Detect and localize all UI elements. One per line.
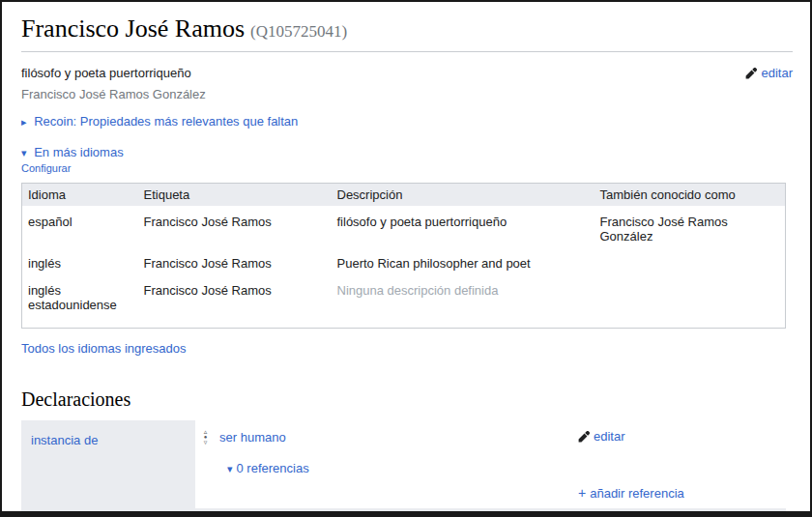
cell-description-empty: Ninguna descripción definida xyxy=(332,274,594,329)
references-label: 0 referencias xyxy=(237,461,309,475)
table-row: inglés Francisco José Ramos Puerto Rican… xyxy=(22,247,786,274)
wikidata-entity-page: Francisco José Ramos(Q105725041) filósof… xyxy=(0,0,812,517)
cell-label: Francisco José Ramos xyxy=(138,274,332,329)
chevron-down-icon: ▾ xyxy=(227,463,233,474)
column-header-aka: También conocido como xyxy=(594,184,786,207)
statement-edit-toolbar: editar xyxy=(578,429,786,445)
description-row: filósofo y poeta puertorriqueño editar xyxy=(21,66,793,80)
statement-snak: ▵ ● ▿ ser humano xyxy=(200,429,578,445)
cell-label: Francisco José Ramos xyxy=(138,206,332,247)
plus-icon: + xyxy=(578,485,586,501)
chevron-down-icon: ▾ xyxy=(21,147,27,158)
references-row: ▾0 referencias xyxy=(195,445,786,475)
cell-description: Puerto Rican philosopher and poet xyxy=(332,247,594,274)
add-reference-toolbar: + añadir referencia xyxy=(578,485,786,501)
property-link[interactable]: instancia de xyxy=(31,433,98,447)
column-header-label: Etiqueta xyxy=(138,184,332,207)
edit-statement-label: editar xyxy=(594,429,625,444)
statement-group-footer: + añadir valor xyxy=(195,508,786,517)
statements-heading: Declaraciones xyxy=(21,388,793,411)
chevron-right-icon: ▸ xyxy=(21,116,27,128)
table-row: español Francisco José Ramos filósofo y … xyxy=(22,206,786,247)
configure-link[interactable]: Configurar xyxy=(21,162,71,174)
more-languages-toggle[interactable]: ▾ En más idiomas xyxy=(21,145,793,159)
column-header-language: Idioma xyxy=(22,184,138,207)
recoin-toggle[interactable]: ▸ Recoin: Propiedades más relevantes que… xyxy=(21,114,793,129)
statement-body: ▵ ● ▿ ser humano editar xyxy=(195,420,786,517)
edit-terms-button[interactable]: editar xyxy=(745,66,793,80)
cell-language: español xyxy=(22,206,138,247)
column-header-description: Descripción xyxy=(332,184,594,207)
entity-title-row: Francisco José Ramos(Q105725041) xyxy=(21,14,793,43)
statement-main-row: ▵ ● ▿ ser humano editar xyxy=(195,429,786,445)
references-toggle[interactable]: ▾0 referencias xyxy=(227,461,309,475)
pencil-icon xyxy=(745,68,757,79)
rank-down-icon: ▿ xyxy=(204,440,208,445)
cell-aka xyxy=(594,274,786,329)
rank-selector-icon[interactable]: ▵ ● ▿ xyxy=(200,429,211,445)
table-header-row: Idioma Etiqueta Descripción También cono… xyxy=(22,184,786,207)
configure-row: Configurar xyxy=(21,160,793,175)
all-languages-link[interactable]: Todos los idiomas ingresados xyxy=(21,341,187,356)
cell-aka: Francisco José Ramos González xyxy=(594,206,786,247)
page-title: Francisco José Ramos xyxy=(21,14,245,43)
cell-description: filósofo y poeta puertorriqueño xyxy=(332,206,594,247)
recoin-link[interactable]: Recoin: Propiedades más relevantes que f… xyxy=(34,114,298,129)
entity-alias: Francisco José Ramos González xyxy=(21,87,793,101)
all-languages-row: Todos los idiomas ingresados xyxy=(21,341,793,356)
entity-header: Francisco José Ramos(Q105725041) xyxy=(21,14,793,52)
cell-language: inglés estadounidense xyxy=(22,274,138,329)
entity-id: (Q105725041) xyxy=(250,22,347,41)
statement-view: ▵ ● ▿ ser humano editar xyxy=(195,420,786,508)
cell-language: inglés xyxy=(22,247,138,274)
cell-aka xyxy=(594,247,786,274)
statement-value-link[interactable]: ser humano xyxy=(219,430,286,445)
edit-terms-label: editar xyxy=(761,66,793,80)
languages-table-header: Idioma Etiqueta Descripción También cono… xyxy=(22,184,786,207)
statement-property-cell: instancia de xyxy=(21,420,195,517)
statement-group: instancia de ▵ ● ▿ ser humano xyxy=(21,420,786,517)
page-content: Francisco José Ramos(Q105725041) filósof… xyxy=(2,2,810,517)
edit-statement-button[interactable]: editar xyxy=(578,429,625,444)
languages-table: Idioma Etiqueta Descripción También cono… xyxy=(21,183,786,329)
more-languages-link[interactable]: En más idiomas xyxy=(34,145,123,159)
add-reference-button[interactable]: + añadir referencia xyxy=(578,485,684,501)
entity-description: filósofo y poeta puertorriqueño xyxy=(21,66,191,80)
cell-label: Francisco José Ramos xyxy=(138,247,332,274)
add-reference-label: añadir referencia xyxy=(590,486,684,501)
add-reference-row: + añadir referencia xyxy=(195,475,786,501)
pencil-icon xyxy=(578,431,590,443)
table-row: inglés estadounidense Francisco José Ram… xyxy=(22,274,786,329)
